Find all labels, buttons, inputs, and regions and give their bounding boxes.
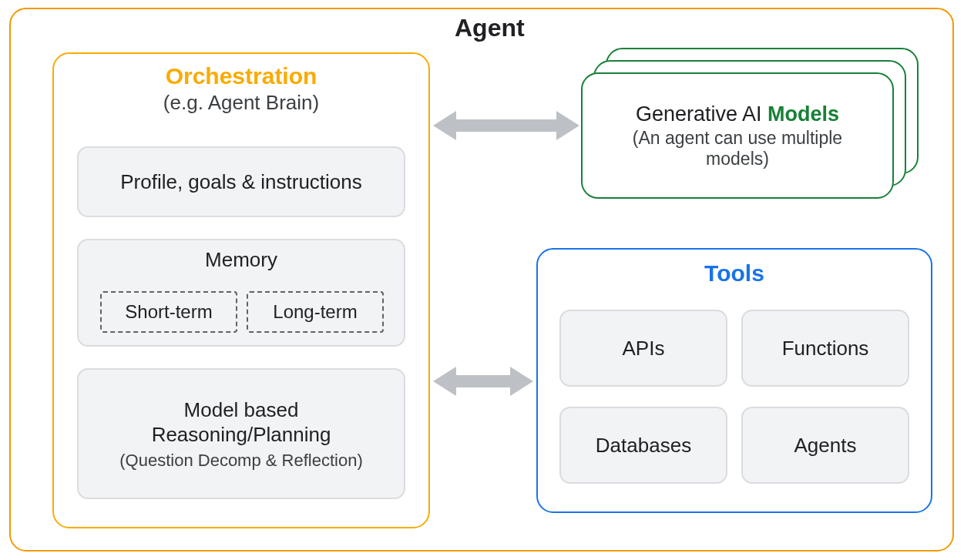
tools-title-text: Tools	[704, 260, 764, 287]
reasoning-line2: Reasoning/Planning	[152, 422, 331, 448]
orchestration-subtitle: (e.g. Agent Brain)	[163, 91, 319, 115]
models-title-line: Generative AI Models	[636, 102, 839, 126]
arrow-orchestration-tools	[433, 362, 533, 401]
svg-marker-0	[433, 111, 579, 140]
tools-item-apis: APIs	[559, 310, 727, 387]
models-sub-line1: (An agent can use multiple	[633, 128, 842, 149]
tools-item-functions-label: Functions	[782, 337, 869, 360]
models-title-highlight: Models	[768, 102, 839, 126]
reasoning-sub: (Question Decomp & Reflection)	[119, 451, 362, 471]
tools-title: Tools	[536, 260, 932, 287]
orchestration-profile-label: Profile, goals & instructions	[120, 170, 362, 194]
tools-item-agents-label: Agents	[794, 434, 857, 458]
tools-item-functions: Functions	[741, 310, 909, 387]
tools-item-databases: Databases	[559, 407, 727, 484]
tools-item-databases-label: Databases	[596, 434, 691, 458]
models-sub-line2: models)	[706, 149, 769, 169]
svg-marker-1	[433, 367, 533, 396]
orchestration-profile-box: Profile, goals & instructions	[77, 146, 405, 217]
tools-item-apis-label: APIs	[623, 337, 665, 360]
reasoning-line1: Model based	[184, 397, 299, 423]
memory-long-term: Long-term	[247, 291, 384, 333]
orchestration-title: Orchestration (e.g. Agent Brain)	[52, 63, 430, 115]
orchestration-memory-box: Memory Short-term Long-term	[77, 239, 405, 347]
orchestration-reasoning-box: Model based Reasoning/Planning (Question…	[77, 368, 405, 499]
models-title-prefix: Generative AI	[636, 102, 768, 126]
arrow-orchestration-models	[433, 106, 579, 145]
memory-short-term: Short-term	[100, 291, 237, 333]
tools-item-agents: Agents	[741, 407, 909, 484]
memory-short-label: Short-term	[125, 301, 212, 323]
models-card-front: Generative AI Models (An agent can use m…	[581, 72, 894, 199]
memory-long-label: Long-term	[273, 301, 357, 323]
agent-title: Agent	[455, 14, 563, 42]
memory-title: Memory	[79, 248, 404, 272]
orchestration-title-text: Orchestration	[166, 63, 317, 89]
